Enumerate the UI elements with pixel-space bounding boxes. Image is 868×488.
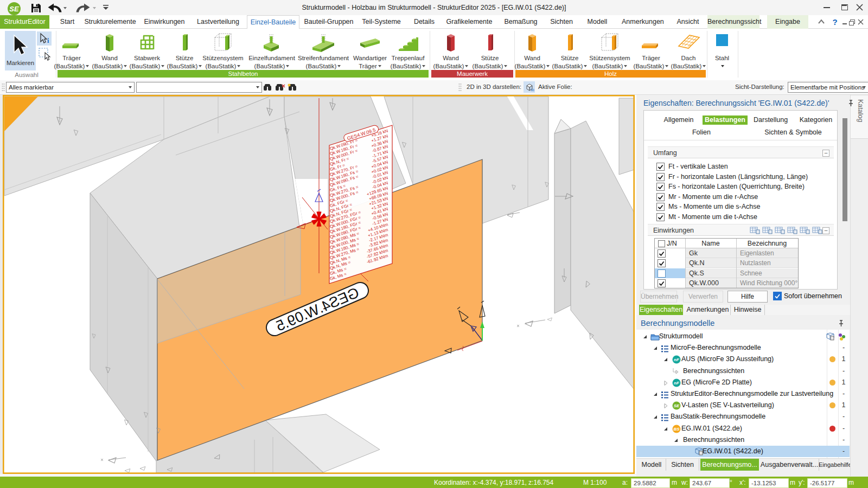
svg-text:3D: 3D [531,88,534,92]
svg-text:nF: nF [674,381,680,386]
svg-text:SE: SE [674,403,680,408]
svg-text:BS: BS [673,427,680,432]
svg-text:nF: nF [674,357,680,362]
